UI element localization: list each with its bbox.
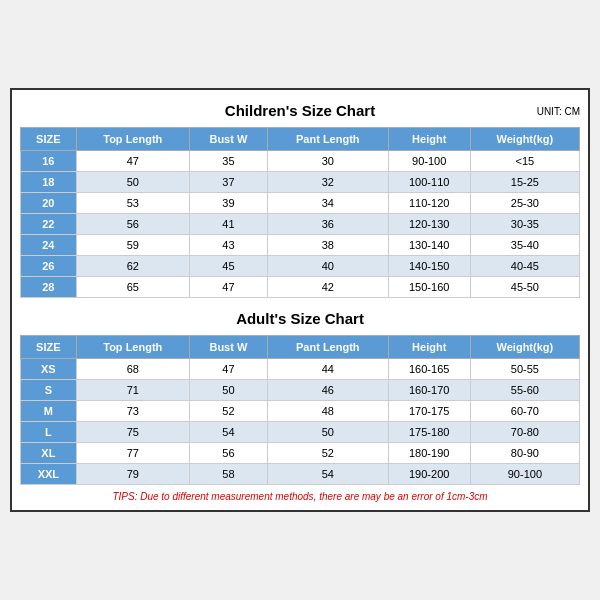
adult-table-row: XXL795854190-20090-100 xyxy=(21,464,580,485)
children-cell: 37 xyxy=(189,172,267,193)
children-cell: 47 xyxy=(189,277,267,298)
adult-cell: 75 xyxy=(76,422,189,443)
adult-cell: 160-170 xyxy=(388,380,470,401)
children-cell: 16 xyxy=(21,151,77,172)
adult-cell: 56 xyxy=(189,443,267,464)
children-col-top-length: Top Length xyxy=(76,128,189,151)
children-cell: 24 xyxy=(21,235,77,256)
children-cell: 59 xyxy=(76,235,189,256)
children-cell: 62 xyxy=(76,256,189,277)
children-cell: 120-130 xyxy=(388,214,470,235)
adult-cell: 50-55 xyxy=(470,359,579,380)
children-col-bust: Bust W xyxy=(189,128,267,151)
children-cell: 45-50 xyxy=(470,277,579,298)
unit-label: UNIT: CM xyxy=(537,105,580,116)
adult-title-text: Adult's Size Chart xyxy=(236,310,364,327)
children-cell: 140-150 xyxy=(388,256,470,277)
adult-cell: 80-90 xyxy=(470,443,579,464)
chart-container: Children's Size Chart UNIT: CM SIZE Top … xyxy=(10,88,590,512)
adult-cell: 170-175 xyxy=(388,401,470,422)
children-cell: 41 xyxy=(189,214,267,235)
adult-col-weight: Weight(kg) xyxy=(470,336,579,359)
adult-cell: XL xyxy=(21,443,77,464)
children-cell: 100-110 xyxy=(388,172,470,193)
adult-cell: 60-70 xyxy=(470,401,579,422)
adult-table: SIZE Top Length Bust W Pant Length Heigh… xyxy=(20,335,580,485)
children-header-row: SIZE Top Length Bust W Pant Length Heigh… xyxy=(21,128,580,151)
children-col-size: SIZE xyxy=(21,128,77,151)
adult-cell: 44 xyxy=(267,359,388,380)
children-cell: 65 xyxy=(76,277,189,298)
children-cell: 50 xyxy=(76,172,189,193)
adult-cell: 46 xyxy=(267,380,388,401)
children-cell: 30 xyxy=(267,151,388,172)
children-table-row: 22564136120-13030-35 xyxy=(21,214,580,235)
adult-header-row: SIZE Top Length Bust W Pant Length Heigh… xyxy=(21,336,580,359)
adult-table-row: S715046160-17055-60 xyxy=(21,380,580,401)
children-section-title: Children's Size Chart UNIT: CM xyxy=(20,98,580,123)
children-cell: 15-25 xyxy=(470,172,579,193)
children-title-text: Children's Size Chart xyxy=(225,102,375,119)
adult-cell: L xyxy=(21,422,77,443)
children-cell: 22 xyxy=(21,214,77,235)
children-cell: 39 xyxy=(189,193,267,214)
children-cell: 40-45 xyxy=(470,256,579,277)
children-table-row: 28654742150-16045-50 xyxy=(21,277,580,298)
children-table-row: 24594338130-14035-40 xyxy=(21,235,580,256)
adult-cell: XS xyxy=(21,359,77,380)
adult-cell: 175-180 xyxy=(388,422,470,443)
children-cell: <15 xyxy=(470,151,579,172)
children-col-weight: Weight(kg) xyxy=(470,128,579,151)
children-cell: 45 xyxy=(189,256,267,277)
adult-table-row: M735248170-17560-70 xyxy=(21,401,580,422)
children-cell: 35-40 xyxy=(470,235,579,256)
adult-cell: 50 xyxy=(267,422,388,443)
adult-cell: 180-190 xyxy=(388,443,470,464)
children-cell: 32 xyxy=(267,172,388,193)
children-cell: 35 xyxy=(189,151,267,172)
adult-cell: 70-80 xyxy=(470,422,579,443)
adult-cell: 58 xyxy=(189,464,267,485)
adult-cell: 54 xyxy=(189,422,267,443)
children-cell: 150-160 xyxy=(388,277,470,298)
children-cell: 38 xyxy=(267,235,388,256)
adult-cell: 47 xyxy=(189,359,267,380)
children-table: SIZE Top Length Bust W Pant Length Heigh… xyxy=(20,127,580,298)
adult-col-bust: Bust W xyxy=(189,336,267,359)
children-col-pant-length: Pant Length xyxy=(267,128,388,151)
children-cell: 43 xyxy=(189,235,267,256)
children-cell: 34 xyxy=(267,193,388,214)
adult-cell: 52 xyxy=(189,401,267,422)
children-cell: 47 xyxy=(76,151,189,172)
adult-cell: 190-200 xyxy=(388,464,470,485)
children-cell: 90-100 xyxy=(388,151,470,172)
adult-col-pant-length: Pant Length xyxy=(267,336,388,359)
adult-section: Adult's Size Chart SIZE Top Length Bust … xyxy=(20,306,580,485)
tips-text: TIPS: Due to different measurement metho… xyxy=(20,491,580,502)
adult-cell: 160-165 xyxy=(388,359,470,380)
adult-cell: 77 xyxy=(76,443,189,464)
adult-cell: M xyxy=(21,401,77,422)
children-cell: 26 xyxy=(21,256,77,277)
children-cell: 18 xyxy=(21,172,77,193)
children-cell: 30-35 xyxy=(470,214,579,235)
children-table-row: 26624540140-15040-45 xyxy=(21,256,580,277)
children-cell: 25-30 xyxy=(470,193,579,214)
children-table-row: 20533934110-12025-30 xyxy=(21,193,580,214)
adult-cell: 52 xyxy=(267,443,388,464)
adult-cell: 55-60 xyxy=(470,380,579,401)
adult-cell: 50 xyxy=(189,380,267,401)
children-cell: 36 xyxy=(267,214,388,235)
adult-cell: 73 xyxy=(76,401,189,422)
adult-cell: XXL xyxy=(21,464,77,485)
children-cell: 28 xyxy=(21,277,77,298)
adult-cell: 90-100 xyxy=(470,464,579,485)
children-col-height: Height xyxy=(388,128,470,151)
children-cell: 40 xyxy=(267,256,388,277)
children-cell: 53 xyxy=(76,193,189,214)
adult-cell: 71 xyxy=(76,380,189,401)
children-cell: 20 xyxy=(21,193,77,214)
children-cell: 42 xyxy=(267,277,388,298)
adult-cell: S xyxy=(21,380,77,401)
children-cell: 110-120 xyxy=(388,193,470,214)
